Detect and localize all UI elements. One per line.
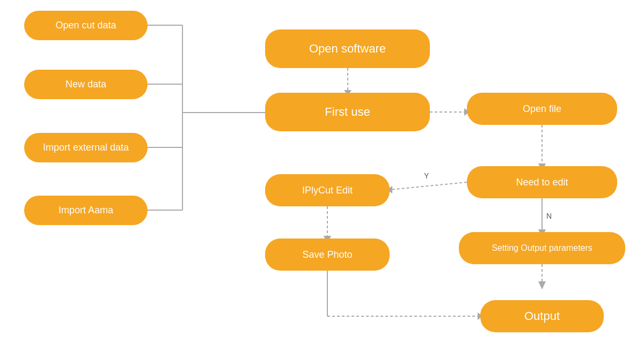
svg-marker-21	[538, 281, 546, 289]
need-to-edit-node: Need to edit	[467, 166, 617, 198]
flowchart-diagram: Y N Open cut data New data Import extern…	[0, 0, 644, 343]
save-photo-node: Save Photo	[265, 238, 390, 271]
new-data-node: New data	[24, 70, 148, 99]
first-use-node: First use	[265, 93, 430, 131]
output-node: Output	[480, 300, 604, 332]
import-aama-node: Import Aama	[24, 196, 148, 225]
open-file-node: Open file	[467, 93, 617, 125]
open-cut-data-node: Open cut data	[24, 11, 148, 40]
svg-text:N: N	[546, 212, 552, 220]
setting-output-node: Setting Output parameters	[459, 232, 625, 264]
svg-line-12	[390, 182, 467, 190]
open-software-node: Open software	[265, 29, 430, 68]
iplycut-edit-node: IPlyCut Edit	[265, 174, 390, 206]
import-external-node: Import external data	[24, 133, 148, 162]
svg-text:Y: Y	[424, 172, 429, 180]
